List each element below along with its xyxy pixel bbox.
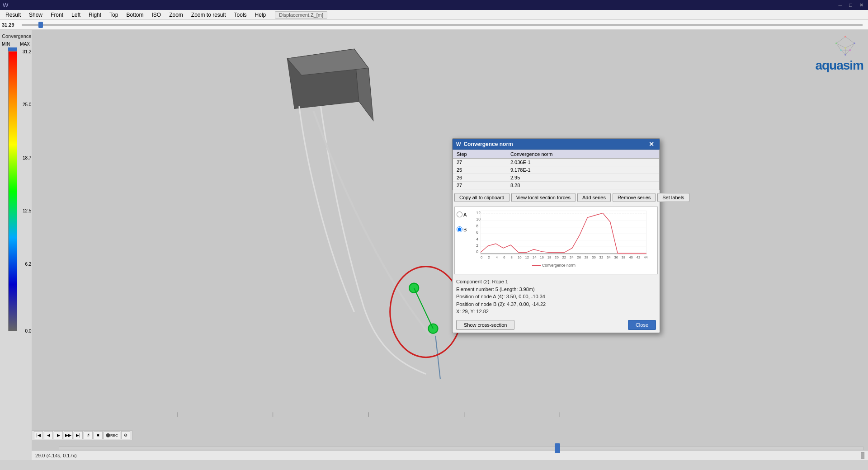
data-table: Step Convergence norm 272.036E-1259.178E…: [453, 150, 659, 190]
svg-text:6: 6: [476, 230, 478, 235]
win-controls: ─ □ ✕: [837, 2, 865, 8]
right-scrollbar-thumb[interactable]: [861, 452, 864, 459]
scene-svg[interactable]: [32, 30, 868, 460]
table-cell-step: 27: [453, 159, 507, 166]
radio-b-label[interactable]: B: [457, 226, 467, 232]
svg-rect-40: [481, 211, 646, 255]
menubar: Result Show Front Left Right Top Bottom …: [0, 10, 868, 20]
menu-left[interactable]: Left: [68, 11, 84, 19]
table-row[interactable]: 262.95: [453, 174, 659, 182]
col-step: Step: [453, 150, 507, 159]
svg-text:16: 16: [540, 255, 544, 259]
titlebar: W ─ □ ✕: [0, 0, 868, 10]
svg-text:0: 0: [481, 255, 482, 259]
menu-tools[interactable]: Tools: [231, 11, 250, 19]
set-labels-button[interactable]: Set labels: [657, 193, 689, 202]
remove-series-button[interactable]: Remove series: [613, 193, 656, 202]
svg-text:14: 14: [533, 255, 537, 259]
menu-zoom[interactable]: Zoom: [165, 11, 187, 19]
radio-group: A B: [457, 212, 467, 232]
data-table-container[interactable]: Step Convergence norm 272.036E-1259.178E…: [453, 150, 660, 190]
prev-button[interactable]: ◀: [44, 431, 53, 439]
svg-text:32: 32: [599, 255, 604, 259]
add-series-button[interactable]: Add series: [577, 193, 611, 202]
close-button[interactable]: ✕: [858, 2, 865, 8]
svg-text:28: 28: [585, 255, 589, 259]
convergence-dialog: W Convergence norm ✕ Step Convergence no…: [452, 138, 660, 333]
radio-a[interactable]: [457, 212, 462, 217]
copy-all-button[interactable]: Copy all to clipboard: [454, 193, 509, 202]
svg-text:12: 12: [525, 255, 529, 259]
dialog-close-button[interactable]: ✕: [647, 141, 656, 148]
table-cell-value: 9.178E-1: [507, 166, 659, 174]
menu-iso[interactable]: ISO: [148, 11, 165, 19]
svg-text:40: 40: [629, 255, 633, 259]
dialog-titlebar[interactable]: W Convergence norm ✕: [453, 139, 660, 150]
svg-text:8: 8: [511, 255, 513, 259]
table-row[interactable]: 272.036E-1: [453, 159, 659, 166]
stop-button[interactable]: ■: [94, 431, 103, 439]
timeline-thumb[interactable]: [555, 443, 560, 453]
table-row[interactable]: 278.28: [453, 182, 659, 189]
maximize-button[interactable]: □: [847, 2, 854, 8]
menu-front[interactable]: Front: [47, 11, 67, 19]
step-thumb[interactable]: [38, 22, 43, 28]
menu-right[interactable]: Right: [85, 11, 105, 19]
svg-text:2: 2: [488, 255, 490, 259]
table-cell-step: 27: [453, 182, 507, 189]
next-button[interactable]: ▶▶: [64, 431, 73, 439]
menu-top[interactable]: Top: [106, 11, 122, 19]
show-cross-section-button[interactable]: Show cross-section: [456, 320, 514, 330]
skip-start-button[interactable]: |◀: [34, 431, 43, 439]
rec-button[interactable]: ⚫REC: [104, 431, 120, 439]
playback-controls: |◀ ◀ ▶ ▶▶ ▶| ↺ ■ ⚫REC ⚙: [32, 430, 132, 440]
radio-a-label[interactable]: A: [457, 212, 467, 217]
colorbar-panel: Convergence norm MIN MAX 31.29 25.03 18.…: [0, 30, 32, 460]
step-bar: 31.29: [0, 20, 868, 30]
min-max-labels: MIN MAX: [2, 42, 30, 47]
svg-text:38: 38: [622, 255, 626, 259]
play-button[interactable]: ▶: [54, 431, 63, 439]
min-label: MIN: [2, 42, 10, 47]
color-gradient-bar: 31.29 25.03 18.77 12.52 6.26 0.00: [8, 51, 17, 331]
skip-end-button[interactable]: ▶|: [74, 431, 83, 439]
svg-text:42: 42: [637, 255, 641, 259]
table-cell-value: 2.95: [507, 174, 659, 182]
svg-text:12: 12: [476, 211, 481, 215]
svg-text:36: 36: [614, 255, 618, 259]
info-element: Element number: 5 (Length: 3.98m): [456, 286, 656, 293]
svg-point-20: [390, 267, 462, 357]
status-text: 29.0 (4.14s, 0.17x): [35, 453, 77, 458]
svg-text:26: 26: [577, 255, 581, 259]
minimize-button[interactable]: ─: [837, 2, 844, 8]
info-node-b: Position of node B (2): 4.37, 0.00, -14.…: [456, 301, 656, 308]
svg-text:30: 30: [592, 255, 596, 259]
settings-button[interactable]: ⚙: [121, 431, 130, 439]
menu-zoom-result[interactable]: Zoom to result: [188, 11, 230, 19]
menu-help[interactable]: Help: [251, 11, 270, 19]
svg-text:0: 0: [476, 249, 478, 254]
viewport[interactable]: aquasim: [32, 30, 868, 460]
view-local-button[interactable]: View local section forces: [511, 193, 576, 202]
info-component: Component (2): Rope 1: [456, 278, 656, 286]
chart-svg: 12 10 8 6 4 2 0: [457, 209, 656, 272]
radio-b[interactable]: [457, 226, 462, 232]
timeline-track[interactable]: [59, 446, 863, 450]
svg-text:2: 2: [476, 243, 478, 248]
svg-text:34: 34: [607, 255, 611, 259]
step-slider[interactable]: [22, 24, 863, 26]
table-cell-step: 26: [453, 174, 507, 182]
svg-text:10: 10: [476, 217, 481, 221]
svg-text:20: 20: [555, 255, 559, 259]
close-dialog-button[interactable]: Close: [628, 320, 656, 330]
statusbar: 29.0 (4.14s, 0.17x): [32, 450, 868, 460]
loop-button[interactable]: ↺: [84, 431, 93, 439]
menu-result[interactable]: Result: [2, 11, 24, 19]
svg-text:24: 24: [570, 255, 574, 259]
app-icon: W: [3, 2, 8, 9]
svg-text:8: 8: [476, 224, 478, 228]
menu-bottom[interactable]: Bottom: [123, 11, 147, 19]
table-row[interactable]: 259.178E-1: [453, 166, 659, 174]
svg-text:44: 44: [644, 255, 648, 259]
menu-show[interactable]: Show: [25, 11, 46, 19]
